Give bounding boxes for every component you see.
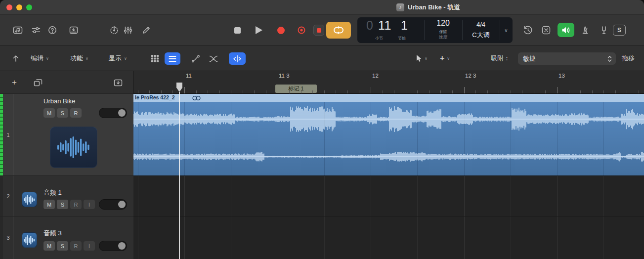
help-icon <box>47 25 57 35</box>
track-header-2[interactable]: 2 音频 1 M S R I <box>0 175 133 216</box>
metronome-button[interactable] <box>577 23 593 37</box>
track-name[interactable]: Urban Bike <box>43 97 75 105</box>
zoom-window-button[interactable] <box>26 4 32 10</box>
clear-overload-button[interactable] <box>538 23 554 37</box>
session-history-button[interactable] <box>520 23 536 37</box>
audio-track-thumbnail <box>50 127 97 168</box>
playhead-line[interactable] <box>179 92 180 259</box>
record-enable-button[interactable]: R <box>70 200 82 209</box>
chevron-down-icon: ∨ <box>46 56 49 61</box>
metronome-icon <box>580 25 590 35</box>
play-button[interactable] <box>250 22 268 39</box>
track-header-1[interactable]: 1 Urban Bike M S R <box>0 94 133 175</box>
display-menu[interactable]: 显示 ∨ <box>109 52 127 65</box>
input-monitor-button[interactable]: I <box>84 200 95 209</box>
mute-button[interactable]: M <box>43 200 55 209</box>
input-monitor-button[interactable]: I <box>84 241 95 251</box>
audio-region-urban-bike[interactable]: le ProRes 422_2 <box>133 94 644 175</box>
lcd-display[interactable]: 0 11 1 小节 节拍 120 保留 速度 4/4 C大调 ∨ <box>357 17 513 43</box>
pointer-tool-menu[interactable]: ∨ <box>414 52 428 65</box>
minimize-window-button[interactable] <box>16 4 22 10</box>
ruler-mark: 13 <box>558 73 565 79</box>
lcd-chevron-down-icon[interactable]: ∨ <box>500 17 513 43</box>
toggle-knob <box>118 242 126 250</box>
ruler-mark: 11 <box>186 73 192 79</box>
titlebar: ♪ Urban Bike - 轨道 <box>0 0 644 15</box>
snap-mode-select[interactable]: 敏捷 <box>518 52 616 65</box>
solo-button[interactable]: S <box>57 241 68 251</box>
lcd-tempo-value[interactable]: 120 <box>424 19 462 28</box>
back-up-button[interactable] <box>9 52 23 65</box>
lcd-beat-value[interactable]: 1 <box>401 18 408 33</box>
output-on-button[interactable] <box>558 23 574 37</box>
flex-button[interactable] <box>229 52 246 65</box>
lcd-time-signature[interactable]: 4/4 <box>462 21 500 28</box>
pencil-tool-button[interactable] <box>138 23 154 37</box>
track-on-toggle[interactable] <box>99 241 127 251</box>
stop-button[interactable] <box>228 22 246 39</box>
track-on-toggle[interactable] <box>99 199 127 210</box>
grid-icon <box>150 54 160 63</box>
duplicate-track-button[interactable] <box>30 76 46 89</box>
close-window-button[interactable] <box>6 4 12 10</box>
track-number: 3 <box>3 216 14 259</box>
box-down-arrow-icon <box>113 78 123 87</box>
solo-mode-button[interactable]: S <box>613 25 626 36</box>
lcd-bar-value[interactable]: 11 <box>378 18 391 33</box>
track-on-toggle[interactable] <box>99 108 127 118</box>
speaker-icon <box>561 26 571 35</box>
automation-button[interactable] <box>188 52 204 65</box>
snap-mode-value: 敏捷 <box>523 54 536 63</box>
replace-record-button[interactable] <box>313 25 324 36</box>
mute-button[interactable]: M <box>43 108 55 118</box>
x-box-icon <box>541 25 551 35</box>
mixer-button[interactable] <box>28 23 44 37</box>
record-enable-button[interactable]: R <box>70 108 82 118</box>
audio-waveform <box>133 102 644 175</box>
functions-menu[interactable]: 功能 ∨ <box>70 52 88 65</box>
chevron-down-icon: ∨ <box>447 56 450 61</box>
solo-button[interactable]: S <box>57 108 68 118</box>
track-name[interactable]: 音频 1 <box>43 188 62 197</box>
bar-ruler[interactable]: 11 11 3 12 12 3 13 标记 1 <box>133 71 644 94</box>
smart-controls-button[interactable] <box>120 23 136 37</box>
tuning-fork-icon <box>599 25 609 35</box>
add-track-button[interactable]: + <box>7 76 22 89</box>
record-enable-button[interactable]: R <box>70 241 82 251</box>
tuning-fork-button[interactable] <box>596 23 612 37</box>
record-ring-icon <box>297 26 306 35</box>
list-view-button[interactable] <box>165 52 180 65</box>
mute-button[interactable]: M <box>43 241 55 251</box>
track-header-3[interactable]: 3 音频 3 M S R I <box>0 216 133 259</box>
track-name[interactable]: 音频 3 <box>43 229 62 238</box>
crossfade-icon <box>209 54 218 63</box>
functions-menu-label: 功能 <box>70 54 83 63</box>
ruler-mark: 12 <box>372 73 379 79</box>
track-number: 2 <box>3 176 14 216</box>
document-proxy-icon: ♪ <box>396 3 404 11</box>
cycle-button[interactable] <box>326 22 351 39</box>
track-lanes[interactable]: le ProRes 422_2 <box>133 94 644 259</box>
play-icon <box>256 26 262 34</box>
grid-view-button[interactable] <box>147 52 163 65</box>
solo-button[interactable]: S <box>57 200 68 209</box>
crossfade-button[interactable] <box>206 52 221 65</box>
audio-track-icon <box>22 232 37 248</box>
track-stack-button[interactable] <box>110 76 127 89</box>
secondary-tool-menu[interactable]: + ∨ <box>440 52 450 65</box>
audio-region-header[interactable]: le ProRes 422_2 <box>133 94 644 102</box>
track-divider <box>133 216 644 216</box>
audio-region-label: le ProRes 422_2 <box>135 94 175 100</box>
capture-recording-button[interactable] <box>293 22 310 39</box>
lcd-position-prefix: 0 <box>366 18 373 33</box>
arrangement-marker[interactable]: 标记 1 <box>275 85 317 93</box>
quick-help-button[interactable] <box>44 23 60 37</box>
media-browser-button[interactable] <box>10 23 26 37</box>
toolbar-toggle-button[interactable] <box>66 23 82 37</box>
lcd-key[interactable]: C大调 <box>462 31 500 40</box>
vertical-sliders-icon <box>123 25 133 35</box>
edit-menu[interactable]: 编辑 ∨ <box>31 52 49 65</box>
display-menu-label: 显示 <box>109 54 122 63</box>
stereo-icon <box>192 95 202 101</box>
record-button[interactable] <box>272 22 290 39</box>
